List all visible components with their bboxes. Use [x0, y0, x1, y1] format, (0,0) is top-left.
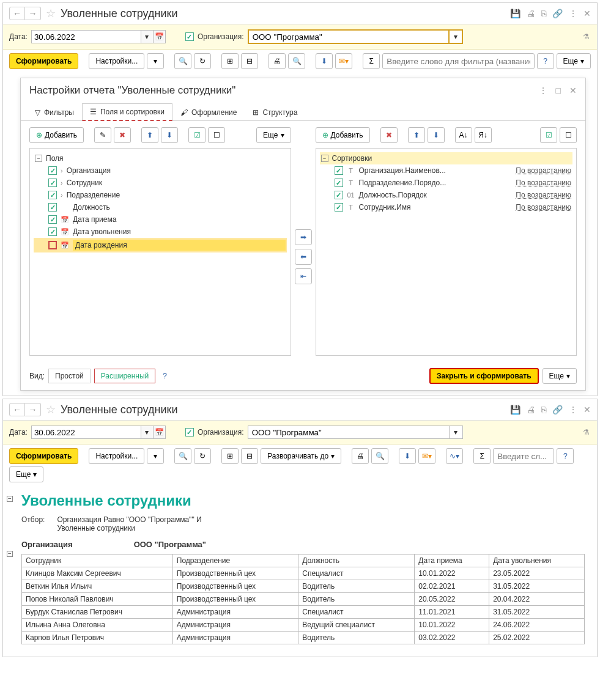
email-button[interactable]: ✉▾: [335, 53, 352, 69]
tab-filters[interactable]: ▽Фильтры: [27, 103, 82, 121]
nav-forward-button[interactable]: →: [25, 7, 41, 20]
save-icon[interactable]: 💾: [510, 9, 520, 18]
delete-field-button[interactable]: ✖: [114, 127, 131, 143]
expand-arrow-icon[interactable]: ›: [61, 191, 63, 199]
link-icon[interactable]: 🔗: [552, 9, 563, 18]
print-button[interactable]: 🖨: [269, 53, 286, 69]
collapse-tree-button[interactable]: ⊟: [241, 53, 258, 69]
dialog-more-button[interactable]: Еще ▾: [543, 368, 577, 384]
outline-collapse-icon[interactable]: −: [7, 551, 13, 557]
table-row[interactable]: Попов Николай ПавловичПроизводственный ц…: [22, 593, 585, 606]
move-left-button[interactable]: ⬅: [295, 249, 312, 265]
close-icon[interactable]: ✕: [583, 9, 591, 18]
more-menu-icon[interactable]: ⋮: [569, 9, 577, 18]
org-input[interactable]: [248, 426, 450, 439]
print-icon[interactable]: 🖨: [527, 405, 535, 414]
sort-row[interactable]: ✓ 01 Должность.Порядок По возрастанию: [320, 189, 573, 201]
sum-button[interactable]: Σ: [363, 53, 380, 69]
field-checkbox[interactable]: ✓: [48, 191, 57, 199]
table-row[interactable]: Карпов Илья ПетровичАдминистрацияВодител…: [22, 632, 585, 644]
collapse-icon[interactable]: −: [321, 155, 328, 162]
print-icon[interactable]: 🖨: [527, 9, 535, 18]
save-icon[interactable]: 💾: [510, 405, 520, 414]
filter-search-input[interactable]: [493, 448, 554, 464]
move-right-button[interactable]: ➡: [295, 229, 312, 245]
table-row[interactable]: Веткин Илья ИльичПроизводственный цехВод…: [22, 580, 585, 593]
date-dropdown-icon[interactable]: ▾: [141, 426, 154, 439]
search-next-button[interactable]: ↻: [194, 53, 211, 69]
sum-button[interactable]: Σ: [473, 448, 491, 464]
field-checkbox[interactable]: ✓: [48, 215, 57, 224]
more-button[interactable]: Еще ▾: [9, 466, 43, 482]
filter-funnel-icon[interactable]: ⚗: [583, 32, 590, 41]
help-button[interactable]: ?: [557, 448, 574, 464]
close-and-form-button[interactable]: Закрыть и сформировать: [429, 368, 539, 384]
fields-tree[interactable]: − Поля ✓ › Организация ✓ › Сотрудник ✓: [29, 148, 291, 356]
sort-desc-button[interactable]: Я↓: [475, 127, 492, 143]
search-next-button[interactable]: ↻: [194, 448, 211, 464]
print-preview-button[interactable]: 🔍: [371, 448, 388, 464]
form-button[interactable]: Сформировать: [9, 53, 78, 69]
settings-dropdown-button[interactable]: ▾: [147, 448, 164, 464]
form-button[interactable]: Сформировать: [9, 448, 78, 464]
date-input[interactable]: [31, 30, 141, 43]
sort-checkbox[interactable]: ✓: [335, 191, 343, 199]
field-row[interactable]: ✓ › Подразделение: [34, 189, 287, 201]
delete-sort-button[interactable]: ✖: [380, 127, 398, 143]
sort-order-link[interactable]: По возрастанию: [516, 191, 571, 199]
field-checkbox[interactable]: ✓: [48, 166, 57, 175]
settings-dropdown-button[interactable]: ▾: [147, 53, 164, 69]
sort-order-link[interactable]: По возрастанию: [516, 179, 571, 187]
table-row[interactable]: Бурдук Станислав ПетровичАдминистрацияСп…: [22, 606, 585, 619]
sort-row[interactable]: ✓ T Сотрудник.Имя По возрастанию: [320, 201, 573, 213]
print-preview-button[interactable]: 🔍: [288, 53, 305, 69]
sort-order-link[interactable]: По возрастанию: [516, 166, 571, 175]
field-checkbox[interactable]: ✓: [48, 227, 57, 236]
sort-check-all-button[interactable]: ☑: [540, 127, 557, 143]
sort-row[interactable]: ✓ T Организация.Наименов... По возрастан…: [320, 164, 573, 177]
tab-format[interactable]: 🖌Оформление: [172, 103, 245, 121]
dialog-close-icon[interactable]: ✕: [569, 86, 577, 95]
outline-collapse-icon[interactable]: −: [7, 496, 13, 502]
nav-back-button[interactable]: ←: [9, 7, 25, 20]
add-sort-button[interactable]: ⊕ Добавить: [316, 127, 370, 143]
field-row[interactable]: ✓ › Сотрудник: [34, 177, 287, 189]
sort-checkbox[interactable]: ✓: [335, 179, 343, 187]
expand-tree-button[interactable]: ⊞: [221, 53, 239, 69]
expand-arrow-icon[interactable]: ›: [61, 167, 63, 174]
print-button[interactable]: 🖨: [352, 448, 369, 464]
table-row[interactable]: Клинцов Максим СергеевичПроизводственный…: [22, 567, 585, 580]
date-calendar-icon[interactable]: 📅: [154, 30, 166, 43]
email-button[interactable]: ✉▾: [418, 448, 435, 464]
link-icon[interactable]: 🔗: [552, 405, 563, 414]
tab-fields[interactable]: ☰Поля и сортировки: [82, 103, 172, 121]
collapse-icon[interactable]: −: [35, 155, 42, 162]
close-icon[interactable]: ✕: [583, 405, 591, 414]
filter-search-input[interactable]: [382, 53, 534, 69]
expand-tree-button[interactable]: ⊞: [221, 448, 239, 464]
more-menu-icon[interactable]: ⋮: [569, 405, 577, 414]
expand-to-button[interactable]: Разворачивать до ▾: [261, 448, 341, 464]
settings-button[interactable]: Настройки...: [89, 53, 144, 69]
save-file-button[interactable]: ⬇: [316, 53, 333, 69]
sort-checkbox[interactable]: ✓: [335, 203, 343, 212]
org-checkbox[interactable]: ✓: [185, 32, 194, 41]
sort-move-up-button[interactable]: ⬆: [408, 127, 425, 143]
field-checkbox[interactable]: ✓: [48, 179, 57, 187]
dialog-maximize-icon[interactable]: □: [556, 86, 561, 95]
settings-button[interactable]: Настройки...: [89, 448, 144, 464]
sort-uncheck-all-button[interactable]: ☐: [560, 127, 577, 143]
sort-row[interactable]: ✓ T Подразделение.Порядо... По возрастан…: [320, 177, 573, 189]
sort-move-down-button[interactable]: ⬇: [428, 127, 445, 143]
field-row[interactable]: ✓ 📅 Дата приема: [34, 213, 287, 226]
favorite-star-icon[interactable]: ☆: [46, 403, 56, 416]
view-extended-button[interactable]: Расширенный: [94, 369, 156, 383]
save-file-button[interactable]: ⬇: [399, 448, 416, 464]
help-button[interactable]: ?: [537, 53, 554, 69]
org-input[interactable]: [248, 29, 450, 44]
search-button[interactable]: 🔍: [174, 448, 191, 464]
search-button[interactable]: 🔍: [174, 53, 191, 69]
tab-structure[interactable]: ⊞Структура: [245, 103, 305, 121]
favorite-star-icon[interactable]: ☆: [46, 7, 56, 20]
field-row[interactable]: ✓ › Организация: [34, 164, 287, 177]
